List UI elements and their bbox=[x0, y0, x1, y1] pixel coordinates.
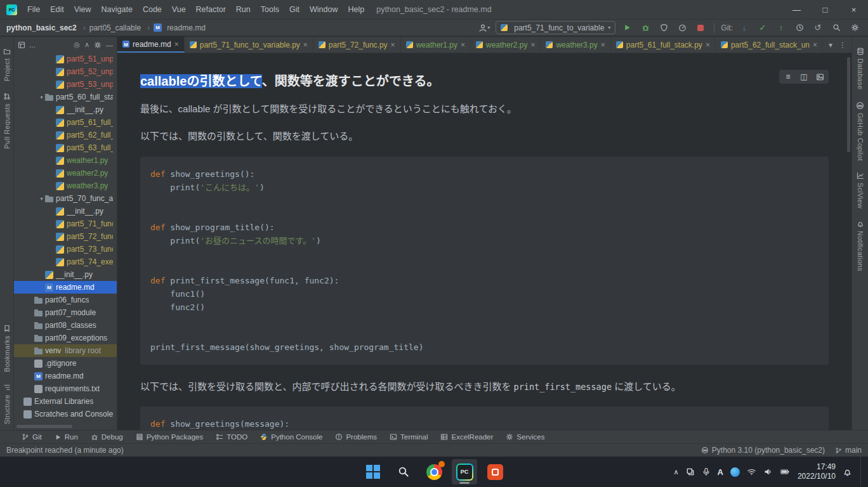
hide-panel-icon[interactable]: — bbox=[106, 41, 113, 49]
status-message[interactable]: Breakpoint reached (a minute ago) bbox=[6, 446, 124, 455]
tool-window-button-database[interactable]: Database bbox=[857, 48, 864, 90]
microphone-icon[interactable] bbox=[702, 467, 711, 476]
git-branch-widget[interactable]: main bbox=[835, 446, 862, 455]
tab-close-icon[interactable]: × bbox=[706, 41, 710, 49]
breadcrumb-item[interactable]: python_basic_sec2 › bbox=[6, 23, 89, 32]
cortana-icon[interactable] bbox=[730, 467, 740, 477]
tree-item[interactable]: part06_funcs bbox=[14, 294, 117, 306]
tool-window-button-copilot[interactable]: GitHub Copilot bbox=[856, 101, 864, 161]
run-button[interactable] bbox=[620, 21, 634, 35]
editor-tab[interactable]: part5_62_full_stack_un × bbox=[716, 37, 823, 53]
split-view-icon[interactable]: ◫ bbox=[797, 71, 811, 82]
editor-scrollbar[interactable] bbox=[847, 57, 850, 152]
history-icon[interactable] bbox=[792, 21, 806, 35]
tree-item[interactable]: External Libraries bbox=[14, 395, 117, 408]
panel-settings-icon[interactable] bbox=[94, 41, 102, 49]
tab-close-icon[interactable]: × bbox=[461, 41, 465, 49]
coverage-button[interactable] bbox=[657, 21, 671, 35]
tree-item[interactable]: part5_62_full_stack_ bbox=[14, 129, 117, 141]
tab-close-icon[interactable]: × bbox=[303, 41, 308, 49]
menu-item[interactable]: View bbox=[69, 0, 96, 19]
breadcrumb-item[interactable]: readme.md › bbox=[154, 23, 206, 32]
tree-item[interactable]: part5_63_full_stack_ bbox=[14, 141, 117, 154]
tree-item[interactable]: weather3.py bbox=[14, 179, 117, 192]
taskbar-clock[interactable]: 17:49 2022/10/10 bbox=[798, 462, 836, 481]
tab-close-icon[interactable]: × bbox=[174, 40, 179, 49]
tool-button-git[interactable]: Git bbox=[15, 431, 48, 443]
tree-item[interactable]: weather1.py bbox=[14, 154, 117, 167]
tree-item[interactable]: part5_53_unpack_ar bbox=[14, 78, 117, 91]
tree-item[interactable]: readme.md bbox=[14, 370, 117, 382]
stop-button[interactable] bbox=[694, 21, 707, 35]
menu-item[interactable]: Refactor bbox=[191, 0, 231, 19]
breadcrumb-item[interactable]: part05_callable › bbox=[89, 23, 154, 32]
tab-options-icon[interactable]: ⋮ bbox=[839, 41, 846, 49]
ime-indicator[interactable]: A bbox=[718, 467, 723, 477]
tree-item[interactable]: ▾ part5_60_full_stack bbox=[14, 91, 117, 103]
layers-icon[interactable] bbox=[686, 467, 695, 476]
locate-file-icon[interactable]: ◎ bbox=[74, 41, 80, 49]
menu-item[interactable]: Edit bbox=[45, 0, 69, 19]
tool-window-button-sciview[interactable]: SciView bbox=[857, 172, 864, 209]
profile-icon[interactable]: ▾ bbox=[477, 21, 491, 35]
tree-item[interactable]: __init__.py bbox=[14, 205, 117, 218]
editor-tab[interactable]: readme.md × bbox=[117, 37, 185, 53]
editor-tab[interactable]: weather1.py × bbox=[401, 37, 471, 53]
tree-item[interactable]: ▾ part5_70_func_as_arg bbox=[14, 192, 117, 205]
tree-item[interactable]: part5_73_func_and bbox=[14, 243, 117, 256]
tool-window-button-structure[interactable]: Structure bbox=[3, 384, 11, 424]
menu-item[interactable]: Run bbox=[231, 0, 256, 19]
tool-window-button-project[interactable]: Project bbox=[3, 48, 11, 81]
git-push-icon[interactable]: ↑ bbox=[774, 21, 788, 35]
tree-item[interactable]: weather2.py bbox=[14, 167, 117, 179]
run-configuration-select[interactable]: part5_71_func_to_variable ▾ bbox=[496, 21, 615, 34]
project-view-icon[interactable] bbox=[18, 41, 25, 49]
profiler-button[interactable] bbox=[675, 21, 689, 35]
volume-icon[interactable] bbox=[763, 467, 773, 476]
tree-item[interactable]: __init__.py bbox=[14, 103, 117, 116]
menu-item[interactable]: Navigate bbox=[96, 0, 138, 19]
expand-chevron-icon[interactable]: ▾ bbox=[38, 94, 45, 100]
tree-item[interactable]: readme.md bbox=[14, 281, 117, 294]
editor-tab[interactable]: weather3.py × bbox=[541, 37, 610, 53]
tree-item[interactable]: part07_module bbox=[14, 306, 117, 319]
tree-item[interactable]: part5_71_func_to_va bbox=[14, 218, 117, 230]
start-button[interactable] bbox=[360, 459, 386, 484]
tool-window-button-bookmarks[interactable]: Bookmarks bbox=[3, 325, 11, 372]
menu-item[interactable]: Help bbox=[343, 0, 369, 19]
settings-gear-icon[interactable] bbox=[848, 21, 862, 35]
tool-button-python-packages[interactable]: Python Packages bbox=[129, 431, 210, 443]
show-editor-icon[interactable]: ≡ bbox=[781, 71, 795, 82]
tree-item[interactable]: part5_61_full_stack.p bbox=[14, 116, 117, 129]
menu-item[interactable]: Code bbox=[138, 0, 167, 19]
chrome-button[interactable] bbox=[421, 459, 447, 484]
menu-item[interactable]: Window bbox=[305, 0, 343, 19]
collapse-all-icon[interactable]: ∧ bbox=[84, 41, 89, 49]
undo-icon[interactable]: ↺ bbox=[811, 21, 825, 35]
git-update-icon[interactable]: ↓ bbox=[737, 21, 751, 35]
tab-close-icon[interactable]: × bbox=[813, 41, 817, 49]
tool-button-problems[interactable]: Problems bbox=[329, 431, 383, 443]
menu-item[interactable]: File bbox=[22, 0, 45, 19]
tree-item[interactable]: venv library root bbox=[14, 344, 117, 357]
tree-item[interactable]: part5_72_func.py bbox=[14, 230, 117, 243]
tree-item[interactable]: part09_exceptions bbox=[14, 332, 117, 344]
notification-center-bell-icon[interactable] bbox=[843, 467, 852, 477]
show-desktop-strip[interactable] bbox=[860, 457, 863, 487]
battery-icon[interactable] bbox=[780, 467, 791, 476]
tree-item[interactable]: part5_51_unpack_ar bbox=[14, 53, 117, 65]
tree-item[interactable]: part08_classes bbox=[14, 319, 117, 332]
project-view-dropdown[interactable]: ... bbox=[29, 41, 36, 49]
wifi-icon[interactable] bbox=[747, 467, 756, 476]
pycharm-taskbar-button[interactable]: PC bbox=[452, 459, 477, 484]
maximize-button[interactable]: □ bbox=[811, 0, 839, 19]
menu-item[interactable]: Tools bbox=[256, 0, 284, 19]
tray-overflow-chevron-icon[interactable]: ∧ bbox=[673, 468, 678, 476]
interpreter-widget[interactable]: Python 3.10 (python_basic_sec2) bbox=[701, 446, 825, 455]
tool-button-todo[interactable]: TODO bbox=[209, 431, 254, 443]
menu-item[interactable]: Vue bbox=[167, 0, 191, 19]
orange-app-button[interactable] bbox=[482, 459, 508, 484]
tool-button-run[interactable]: Run bbox=[48, 431, 84, 443]
horizontal-scrollbar[interactable] bbox=[16, 425, 72, 428]
git-commit-icon[interactable]: ✓ bbox=[756, 21, 770, 35]
